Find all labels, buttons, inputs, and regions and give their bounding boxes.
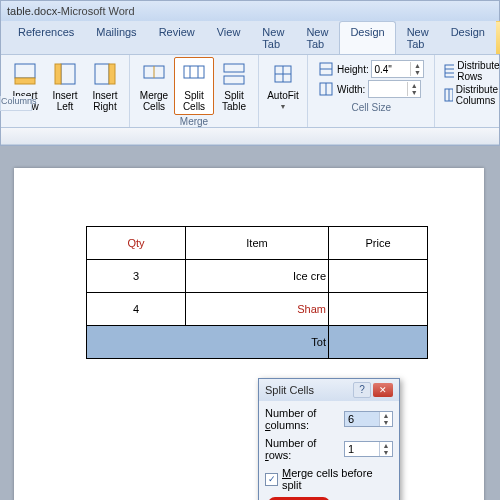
spinner-icon[interactable]: ▲▼	[407, 82, 420, 96]
merge-cells-icon	[140, 60, 168, 88]
svg-rect-3	[55, 64, 61, 84]
insert-left-button[interactable]: Insert Left	[45, 57, 85, 115]
tab-review[interactable]: Review	[148, 21, 206, 54]
ribbon: Insert Below Insert Left Insert Right Me…	[1, 55, 499, 128]
insert-right-button[interactable]: Insert Right	[85, 57, 125, 115]
svg-rect-0	[15, 64, 35, 78]
tab-new2[interactable]: New Tab	[295, 21, 339, 54]
spinner-icon[interactable]: ▲▼	[379, 412, 392, 426]
svg-rect-4	[95, 64, 109, 84]
checkbox-icon[interactable]: ✓	[265, 473, 278, 486]
columns-input[interactable]	[345, 412, 379, 426]
table-row: 3Ice cre	[87, 260, 428, 293]
autofit-icon	[269, 60, 297, 88]
group-label-cellsize: Cell Size	[312, 102, 430, 113]
svg-rect-8	[184, 66, 204, 78]
table-row: QtyItemPrice	[87, 227, 428, 260]
document-area: QtyItemPrice 3Ice cre 4Sham Tot Split Ce…	[0, 146, 500, 500]
tab-view[interactable]: View	[206, 21, 252, 54]
group-cell-size: Height: ▲▼ Width: ▲▼ Cell Size	[308, 55, 435, 127]
columns-label: Number of columns:	[265, 407, 344, 431]
insert-left-icon	[51, 60, 79, 88]
svg-rect-12	[224, 76, 244, 84]
rows-input[interactable]	[345, 442, 379, 456]
insert-below-icon	[11, 60, 39, 88]
width-icon	[318, 81, 334, 97]
dialog-titlebar[interactable]: Split Cells ? ✕	[259, 379, 399, 401]
columns-row: Number of columns: ▲▼	[265, 407, 393, 431]
height-icon	[318, 61, 334, 77]
autofit-button[interactable]: AutoFit▼	[263, 57, 303, 115]
group-label-merge: Merge	[134, 116, 254, 127]
col-width-control[interactable]: Width: ▲▼	[316, 79, 426, 99]
svg-rect-5	[109, 64, 115, 84]
tab-mailings[interactable]: Mailings	[85, 21, 147, 54]
group-rows-columns: Insert Below Insert Left Insert Right	[1, 55, 130, 127]
merge-before-row[interactable]: ✓ Merge cells before split	[265, 467, 393, 491]
tab-design2[interactable]: Design	[440, 21, 496, 54]
title-bar: table.docx - Microsoft Word	[1, 1, 499, 21]
spinner-icon[interactable]: ▲▼	[379, 442, 392, 456]
group-label-columns: Columns	[0, 96, 32, 111]
rows-label: Number of rows:	[265, 437, 344, 461]
page: QtyItemPrice 3Ice cre 4Sham Tot	[14, 168, 484, 500]
svg-rect-20	[445, 65, 454, 77]
table-row: 4Sham	[87, 293, 428, 326]
svg-rect-1	[15, 78, 35, 84]
tab-new1[interactable]: New Tab	[251, 21, 295, 54]
rows-row: Number of rows: ▲▼	[265, 437, 393, 461]
table-tools-tab[interactable]: Table To	[496, 21, 500, 54]
insert-right-icon	[91, 60, 119, 88]
split-cells-icon	[180, 60, 208, 88]
help-icon[interactable]: ?	[353, 382, 371, 398]
dialog-title: Split Cells	[265, 384, 353, 396]
distribute-cols-button[interactable]: Distribute Columns	[441, 83, 500, 107]
height-input[interactable]	[372, 64, 410, 75]
group-merge: Merge Cells Split Cells Split Table Merg…	[130, 55, 259, 127]
table-row-selected: Tot	[87, 326, 428, 359]
split-cells-button[interactable]: Split Cells	[174, 57, 214, 115]
svg-rect-11	[224, 64, 244, 72]
spinner-icon[interactable]: ▲▼	[410, 62, 423, 76]
dist-rows-icon	[443, 63, 454, 79]
split-cells-dialog: Split Cells ? ✕ Number of columns: ▲▼ Nu…	[258, 378, 400, 500]
app-name: Microsoft Word	[61, 5, 135, 17]
merge-before-label: Merge cells before split	[282, 467, 393, 491]
split-table-icon	[220, 60, 248, 88]
dist-cols-icon	[443, 87, 452, 103]
group-autofit: AutoFit▼	[259, 55, 308, 127]
tab-new3[interactable]: New Tab	[396, 21, 440, 54]
tab-references[interactable]: References	[7, 21, 85, 54]
distribute-rows-button[interactable]: Distribute Rows	[441, 59, 500, 83]
close-icon[interactable]: ✕	[373, 383, 393, 397]
split-table-button[interactable]: Split Table	[214, 57, 254, 115]
merge-cells-button[interactable]: Merge Cells	[134, 57, 174, 115]
ribbon-tabs: References Mailings Review View New Tab …	[1, 21, 499, 55]
document-table[interactable]: QtyItemPrice 3Ice cre 4Sham Tot	[86, 226, 428, 359]
document-name: table.docx	[7, 5, 57, 17]
svg-rect-2	[61, 64, 75, 84]
tab-design[interactable]: Design	[339, 21, 395, 54]
row-height-control[interactable]: Height: ▲▼	[316, 59, 426, 79]
ruler[interactable]	[1, 128, 499, 145]
group-distribute: Distribute Rows Distribute Columns	[435, 55, 500, 127]
width-input[interactable]	[369, 84, 407, 95]
